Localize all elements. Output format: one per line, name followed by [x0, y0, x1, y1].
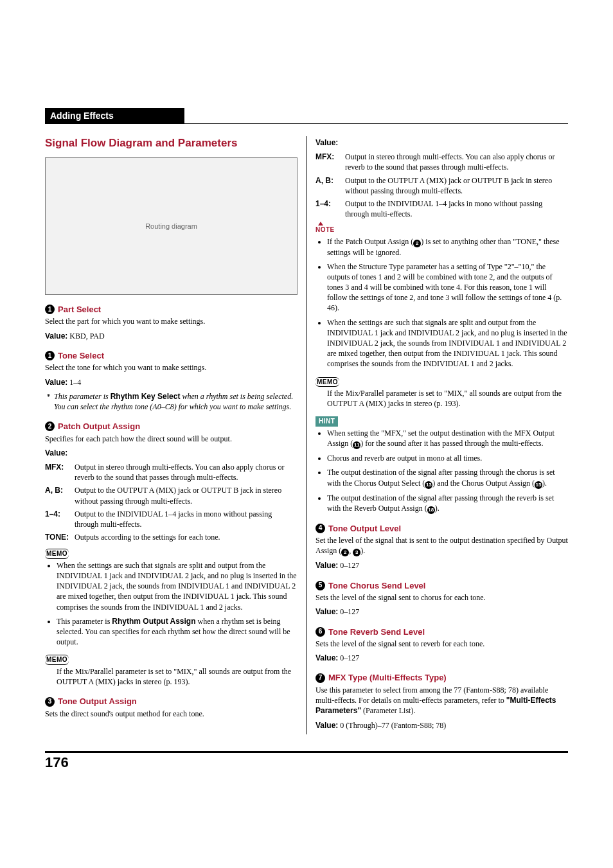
- dd: Output to the OUTPUT A (MIX) jack or OUT…: [345, 175, 568, 196]
- dd: Output in stereo through multi-effects. …: [345, 152, 568, 172]
- badge-icon: 13: [425, 481, 432, 489]
- text: ).: [435, 504, 440, 513]
- heading-tone-output-level: 4 Tone Output Level: [315, 523, 568, 535]
- list-item: Chorus and reverb are output in mono at …: [327, 453, 568, 463]
- badge-icon: 1: [45, 305, 55, 314]
- heading-text: Tone Chorus Send Level: [328, 580, 425, 592]
- hint-label: HINT: [315, 416, 338, 427]
- badge-icon: 4: [315, 524, 325, 533]
- heading-text: Part Select: [58, 304, 101, 315]
- badge-icon: 2: [413, 240, 421, 247]
- badge-icon: 6: [315, 627, 325, 637]
- text: (Parameter List).: [361, 706, 415, 715]
- footnote-italic: This parameter is Rhythm Key Select when…: [45, 391, 298, 412]
- badge-icon: 3: [45, 697, 55, 707]
- value-text: 0 (Through)–77 (Fantom-S88; 78): [340, 721, 446, 730]
- right-column: Value: MFX: Output in stereo through mul…: [315, 136, 568, 734]
- page-number: 176: [45, 754, 568, 771]
- heading-text: Patch Output Assign: [58, 421, 140, 432]
- note-key: Rhythm Key Select: [111, 392, 181, 401]
- heading-text: MFX Type (Multi-Effects Type): [328, 672, 447, 684]
- body-text: Sets the direct sound's output method fo…: [45, 709, 298, 719]
- body-text: Sets the level of the signal sent to rev…: [315, 639, 568, 649]
- badge-icon: 11: [353, 441, 360, 449]
- value-text: 0–127: [340, 653, 359, 662]
- value-line: Value: 1–4: [45, 377, 298, 387]
- memo-label: MEMO: [45, 655, 69, 665]
- badge-icon: 15: [535, 481, 542, 489]
- dd: Outputs according to the settings for ea…: [75, 532, 298, 542]
- list-item: The output destination of the signal aft…: [327, 493, 568, 514]
- body-text: Sets the level of the signal sent to cho…: [315, 592, 568, 603]
- value-label: Value:: [45, 332, 67, 341]
- body-text: Select the part for which you want to ma…: [45, 316, 298, 326]
- list-item: When setting the "MFX," set the output d…: [327, 428, 568, 449]
- heading-patch-output-assign: 2 Patch Output Assign: [45, 421, 298, 432]
- value-line: Value: 0–127: [315, 560, 568, 571]
- heading-tone-reverb-send: 6 Tone Reverb Send Level: [315, 626, 568, 638]
- text: If the Patch Output Assign (: [327, 237, 413, 246]
- memo-text: If the Mix/Parallel parameter is set to …: [327, 388, 568, 409]
- heading-text: Tone Reverb Send Level: [328, 626, 425, 638]
- value-text: 1–4: [69, 378, 81, 387]
- memo-label: MEMO: [45, 549, 69, 559]
- badge-icon: 7: [315, 673, 325, 683]
- body-text: Specifies for each patch how the direct …: [45, 434, 298, 444]
- value-list: MFX: Output in stereo through multi-effe…: [45, 462, 298, 542]
- note-label: NOTE: [315, 226, 335, 235]
- heading-text: Tone Output Level: [328, 523, 401, 535]
- value-line: Value: 0–127: [315, 653, 568, 663]
- chapter-title: Adding Effects: [45, 108, 184, 123]
- badge-icon: 18: [427, 506, 435, 514]
- header-rule: [45, 123, 568, 124]
- body-text: Use this parameter to select from among …: [315, 685, 568, 716]
- heading-mfx-type: 7 MFX Type (Multi-Effects Type): [315, 672, 568, 684]
- value-text: 0–127: [340, 607, 359, 616]
- value-list: MFX: Output in stereo through multi-effe…: [315, 152, 568, 219]
- dt: A, B:: [315, 175, 342, 196]
- body-text: Set the level of the signal that is sent…: [315, 535, 568, 556]
- badge-icon: 5: [315, 581, 325, 590]
- list-item: This parameter is Rhythm Output Assign w…: [57, 616, 298, 648]
- badge-icon: 3: [353, 549, 360, 556]
- heading-tone-chorus-send: 5 Tone Chorus Send Level: [315, 580, 568, 592]
- list-item: When the settings are such that signals …: [57, 560, 298, 612]
- dd: Output to the INDIVIDUAL 1–4 jacks in mo…: [345, 199, 568, 219]
- hint-list: When setting the "MFX," set the output d…: [315, 428, 568, 514]
- heading-part-select: 1 Part Select: [45, 304, 298, 315]
- text: ) and the Chorus Output Assign (: [432, 479, 535, 488]
- value-line: Value: 0 (Through)–77 (Fantom-S88; 78): [315, 720, 568, 731]
- chapter-header: Adding Effects: [45, 108, 568, 124]
- key-term: Rhythm Output Assign: [112, 617, 195, 626]
- heading-text: Tone Select: [58, 350, 104, 362]
- value-line: Value: KBD, PAD: [45, 331, 298, 341]
- heading-text: Tone Output Assign: [58, 696, 137, 707]
- text: This parameter is: [57, 617, 112, 626]
- text: ).: [360, 546, 365, 555]
- value-line: Value: 0–127: [315, 607, 568, 617]
- dd: Output to the INDIVIDUAL 1–4 jacks in mo…: [75, 509, 298, 529]
- badge-icon: 2: [45, 421, 55, 431]
- routing-diagram: Routing diagram: [45, 157, 298, 295]
- dt: TONE:: [45, 532, 72, 542]
- dt: 1–4:: [315, 199, 342, 219]
- heading-tone-output-assign: 3 Tone Output Assign: [45, 696, 298, 707]
- value-label: Value:: [315, 607, 338, 616]
- dt: A, B:: [45, 485, 72, 506]
- badge-icon: 2: [341, 549, 349, 556]
- list-item: If the Patch Output Assign (2) is set to…: [327, 236, 568, 258]
- memo-list: When the settings are such that signals …: [45, 560, 298, 648]
- value-label: Value:: [315, 653, 338, 662]
- note-pre: This parameter is: [54, 392, 111, 401]
- list-item: When the settings are such that signals …: [327, 317, 568, 369]
- heading-tone-select: 1 Tone Select: [45, 350, 298, 362]
- dd: Output to the OUTPUT A (MIX) jack or OUT…: [75, 485, 298, 506]
- text: The output destination of the signal aft…: [327, 493, 554, 513]
- dt: MFX:: [315, 152, 342, 172]
- value-text: 0–127: [340, 561, 359, 570]
- memo-label: MEMO: [315, 377, 339, 387]
- value-text: KBD, PAD: [69, 332, 104, 341]
- list-item: When the Structure Type parameter has a …: [327, 261, 568, 314]
- value-label: Value:: [45, 448, 298, 458]
- dt: 1–4:: [45, 509, 72, 529]
